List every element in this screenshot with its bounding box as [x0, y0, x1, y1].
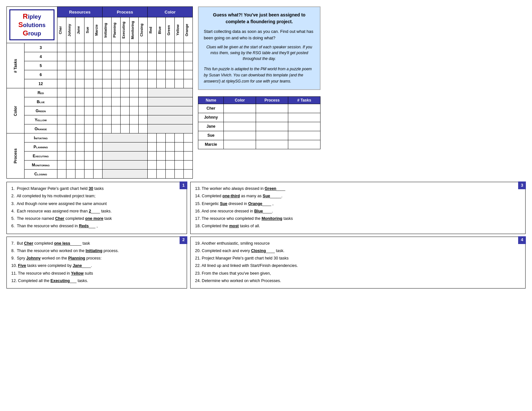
cell[interactable]	[103, 43, 112, 52]
cell[interactable]	[166, 142, 175, 152]
cell[interactable]	[157, 79, 166, 88]
cell[interactable]	[66, 133, 75, 142]
cell[interactable]	[94, 70, 103, 79]
cell[interactable]	[94, 161, 103, 170]
cell[interactable]	[103, 70, 112, 79]
cell[interactable]	[75, 61, 84, 70]
cell[interactable]	[103, 88, 112, 97]
cell[interactable]	[75, 97, 84, 106]
cell[interactable]	[148, 79, 157, 88]
cell[interactable]	[130, 115, 139, 124]
cell[interactable]	[157, 133, 166, 142]
cell[interactable]	[130, 70, 139, 79]
cell[interactable]	[184, 52, 193, 61]
cell[interactable]	[175, 70, 184, 79]
cell[interactable]	[66, 61, 75, 70]
cell[interactable]	[75, 170, 84, 179]
cell[interactable]	[103, 79, 112, 88]
summary-process-marcie[interactable]	[256, 140, 288, 149]
cell[interactable]	[148, 133, 157, 142]
cell[interactable]	[66, 161, 75, 170]
cell[interactable]	[121, 115, 130, 124]
cell[interactable]	[157, 161, 166, 170]
cell[interactable]	[157, 43, 166, 52]
cell[interactable]	[75, 106, 84, 115]
cell[interactable]	[157, 70, 166, 79]
cell[interactable]	[166, 70, 175, 79]
cell[interactable]	[166, 79, 175, 88]
cell[interactable]	[57, 43, 66, 52]
cell[interactable]	[130, 52, 139, 61]
cell[interactable]	[130, 43, 139, 52]
cell[interactable]	[157, 61, 166, 70]
cell[interactable]	[94, 106, 103, 115]
cell[interactable]	[75, 52, 84, 61]
cell[interactable]	[166, 170, 175, 179]
cell[interactable]	[112, 88, 121, 97]
cell[interactable]	[130, 106, 139, 115]
cell[interactable]	[66, 43, 75, 52]
cell[interactable]	[157, 142, 166, 152]
cell[interactable]	[184, 152, 193, 161]
cell[interactable]	[57, 79, 66, 88]
cell[interactable]	[157, 152, 166, 161]
cell[interactable]	[94, 115, 103, 124]
cell[interactable]	[139, 70, 148, 79]
cell[interactable]	[57, 142, 66, 152]
cell[interactable]	[175, 170, 184, 179]
cell[interactable]	[84, 106, 94, 115]
cell[interactable]	[57, 115, 66, 124]
cell[interactable]	[112, 106, 121, 115]
cell[interactable]	[184, 161, 193, 170]
cell[interactable]	[94, 88, 103, 97]
cell[interactable]	[103, 106, 112, 115]
cell[interactable]	[139, 61, 148, 70]
cell[interactable]	[121, 88, 130, 97]
cell[interactable]	[148, 43, 157, 52]
summary-color-johnny[interactable]	[224, 113, 256, 122]
cell[interactable]	[157, 170, 166, 179]
cell[interactable]	[66, 70, 75, 79]
cell[interactable]	[84, 88, 94, 97]
cell[interactable]	[121, 70, 130, 79]
cell[interactable]	[121, 97, 130, 106]
cell[interactable]	[112, 79, 121, 88]
cell[interactable]	[139, 97, 148, 106]
summary-process-cher[interactable]	[256, 104, 288, 113]
summary-color-jane[interactable]	[224, 122, 256, 131]
cell[interactable]	[75, 152, 84, 161]
cell[interactable]	[94, 142, 103, 152]
cell[interactable]	[139, 115, 148, 124]
cell[interactable]	[166, 161, 175, 170]
cell[interactable]	[148, 161, 157, 170]
cell[interactable]	[84, 43, 94, 52]
cell[interactable]	[175, 161, 184, 170]
summary-process-jane[interactable]	[256, 122, 288, 131]
cell[interactable]	[184, 170, 193, 179]
cell[interactable]	[94, 170, 103, 179]
cell[interactable]	[94, 133, 103, 142]
cell[interactable]	[75, 115, 84, 124]
cell[interactable]	[112, 61, 121, 70]
cell[interactable]	[148, 52, 157, 61]
cell[interactable]	[84, 152, 94, 161]
cell[interactable]	[130, 79, 139, 88]
cell[interactable]	[57, 88, 66, 97]
cell[interactable]	[175, 43, 184, 52]
cell[interactable]	[57, 152, 66, 161]
cell[interactable]	[84, 52, 94, 61]
cell[interactable]	[75, 124, 84, 133]
cell[interactable]	[66, 115, 75, 124]
summary-tasks-sue[interactable]	[288, 131, 320, 140]
cell[interactable]	[148, 70, 157, 79]
cell[interactable]	[184, 79, 193, 88]
cell[interactable]	[103, 61, 112, 70]
cell[interactable]	[130, 88, 139, 97]
cell[interactable]	[184, 61, 193, 70]
cell[interactable]	[166, 152, 175, 161]
summary-tasks-marcie[interactable]	[288, 140, 320, 149]
cell[interactable]	[84, 170, 94, 179]
cell[interactable]	[112, 97, 121, 106]
cell[interactable]	[66, 88, 75, 97]
cell[interactable]	[84, 79, 94, 88]
